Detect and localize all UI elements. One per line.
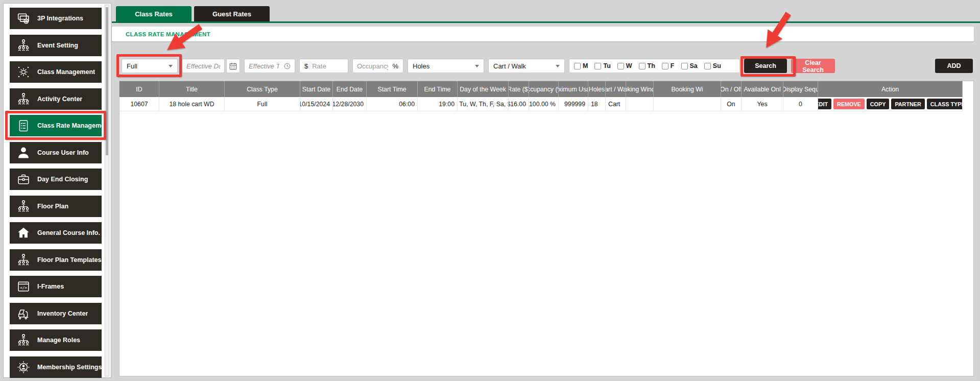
effective-date-field — [182, 59, 225, 73]
column-header-end-date[interactable]: End Date — [333, 81, 367, 97]
title-bar: CLASS RATE MANAGEMENT — [112, 27, 974, 41]
calendar-icon — [229, 62, 237, 70]
column-header-start-time[interactable]: Start Time — [367, 81, 418, 97]
effective-time-input[interactable] — [245, 62, 283, 70]
sidebar-item-label: Manage Roles — [37, 337, 80, 344]
sidebar-item-label: Day End Closing — [37, 176, 88, 183]
column-header-cart-walk[interactable]: Cart / Walk — [606, 81, 626, 97]
search-button[interactable]: Search — [744, 59, 787, 73]
column-header-available-onl[interactable]: Available Onl — [742, 81, 783, 97]
gear-person-icon — [10, 360, 37, 374]
effective-date-input[interactable] — [182, 62, 224, 70]
class-rates-table: IDTitleClass TypeStart DateEnd DateStart… — [119, 81, 974, 376]
rates-tabs: Class RatesGuest Rates — [116, 6, 270, 21]
cell-on-off: On — [721, 97, 742, 111]
cell-display-sequ: 0 — [783, 97, 818, 111]
column-header-holes[interactable]: Holes — [588, 81, 606, 97]
calendar-button[interactable] — [226, 59, 240, 73]
column-header-action[interactable]: Action — [818, 81, 963, 97]
tab-guest-rates[interactable]: Guest Rates — [194, 6, 270, 21]
checklist-doc-icon — [10, 118, 37, 133]
sidebar-item-activity-center[interactable]: Activity Center — [10, 88, 102, 110]
column-header-end-time[interactable]: End Time — [418, 81, 458, 97]
day-checkbox-Su[interactable] — [704, 63, 711, 69]
sidebar-menu: $3P IntegrationsEvent SettingClass Manag… — [10, 8, 102, 378]
gear-arrows-icon — [10, 65, 37, 79]
holes-select[interactable]: Holes — [408, 59, 484, 73]
occupancy-input[interactable] — [353, 62, 392, 70]
briefcase-icon — [10, 172, 37, 186]
sidebar-item-class-management[interactable]: Class Management — [10, 61, 102, 83]
cell-title: 18 hole cart WD — [159, 97, 225, 111]
copy-button[interactable]: COPY — [867, 99, 890, 109]
filter-row: Full $ % Holes — [122, 59, 973, 73]
org-chart-icon — [10, 92, 37, 106]
cards-icon: $ — [10, 11, 37, 26]
day-checkbox-text: Tu — [603, 62, 610, 69]
column-header-title[interactable]: Title — [159, 81, 225, 97]
effective-time-field — [244, 59, 295, 73]
rate-input[interactable] — [308, 62, 348, 70]
sidebar-item-floor-plan[interactable]: Floor Plan — [10, 196, 102, 217]
cell-booking-window — [626, 97, 654, 111]
org-chart-icon — [10, 199, 37, 213]
chevron-down-icon — [475, 65, 479, 67]
column-header-display-sequ[interactable]: Display Sequ — [783, 81, 818, 97]
cell-start-time: 06:00 — [367, 97, 418, 111]
cell-cart-walk: Cart — [606, 97, 626, 111]
sidebar-item-inventory-center[interactable]: Inventory Center — [10, 303, 102, 324]
sidebar-item-manage-roles[interactable]: Manage Roles — [10, 329, 102, 351]
sidebar-item-course-user-info[interactable]: Course User Info — [10, 142, 102, 163]
clear-search-button[interactable]: Clear Search — [791, 59, 835, 73]
sidebar-item-label: 3P Integrations — [37, 15, 83, 22]
column-header-on-off[interactable]: On / Off — [721, 81, 742, 97]
column-header-rate[interactable]: Rate ($) — [509, 81, 529, 97]
class-type-select[interactable]: Full — [122, 59, 178, 73]
cell-id: 10607 — [119, 97, 159, 111]
column-header-maximum-usage[interactable]: Maximum Usage — [559, 81, 588, 97]
sidebar-item-floor-plan-templates[interactable]: Floor Plan Templates — [10, 249, 102, 271]
cart-walk-select[interactable]: Cart / Walk — [488, 59, 565, 73]
sidebar-item-event-setting[interactable]: Event Setting — [10, 35, 102, 56]
partner-button[interactable]: PARTNER — [891, 99, 924, 109]
page-title: CLASS RATE MANAGEMENT — [126, 31, 210, 37]
table-row[interactable]: 1060718 hole cart WDFull10/15/202412/28/… — [119, 97, 963, 111]
column-header-day-of-the-week[interactable]: Day of the Week — [458, 81, 509, 97]
column-header-id[interactable]: ID — [119, 81, 159, 97]
sidebar-scrollbar[interactable] — [105, 5, 109, 376]
sidebar-item-label: Membership Settings — [37, 364, 102, 371]
day-checkbox-Tu[interactable] — [594, 63, 601, 69]
remove-button[interactable]: REMOVE — [833, 99, 865, 109]
day-checkbox-M[interactable] — [574, 63, 581, 69]
column-header-class-type[interactable]: Class Type — [225, 81, 300, 97]
sidebar-item-3p-integrations[interactable]: $3P Integrations — [10, 8, 102, 29]
cell-start-date: 10/15/2024 — [300, 97, 333, 111]
day-label-Tu: Tu — [594, 62, 610, 69]
sidebar-item-class-rate-management[interactable]: Class Rate Management — [10, 115, 102, 136]
sidebar-item-day-end-closing[interactable]: Day End Closing — [10, 169, 102, 190]
tab-class-rates[interactable]: Class Rates — [116, 6, 192, 21]
sidebar-scrollbar-thumb[interactable] — [106, 7, 108, 155]
edit-button[interactable]: EDIT — [818, 99, 831, 109]
day-checkbox-F[interactable] — [662, 63, 668, 69]
column-header-booking-wi[interactable]: Booking Wi — [654, 81, 721, 97]
org-chart-icon — [10, 253, 37, 267]
day-checkbox-text: F — [671, 62, 675, 69]
cell-occupancy: 100.00 % — [529, 97, 559, 111]
class-type-button[interactable]: CLASS TYPE — [927, 99, 963, 109]
day-checkbox-Sa[interactable] — [681, 63, 688, 69]
sidebar-item-label: Inventory Center — [37, 310, 88, 317]
chevron-down-icon — [556, 65, 560, 67]
column-header-start-date[interactable]: Start Date — [300, 81, 333, 97]
org-chart-icon — [10, 38, 37, 53]
day-checkbox-Th[interactable] — [639, 63, 646, 69]
sidebar-item-i-frames[interactable]: </>I-Frames — [10, 276, 102, 297]
sidebar-item-label: Class Rate Management — [37, 122, 102, 129]
sidebar-item-membership-settings[interactable]: Membership Settings — [10, 356, 102, 378]
sidebar-item-general-course-info[interactable]: General Course Info. — [10, 222, 102, 244]
column-header-occupancy[interactable]: Occupancy (%) — [529, 81, 559, 97]
day-checkbox-W[interactable] — [617, 63, 624, 69]
column-header-booking-window[interactable]: Booking Window — [626, 81, 654, 97]
inventory-icon — [10, 306, 37, 321]
add-button[interactable]: ADD — [935, 59, 973, 73]
